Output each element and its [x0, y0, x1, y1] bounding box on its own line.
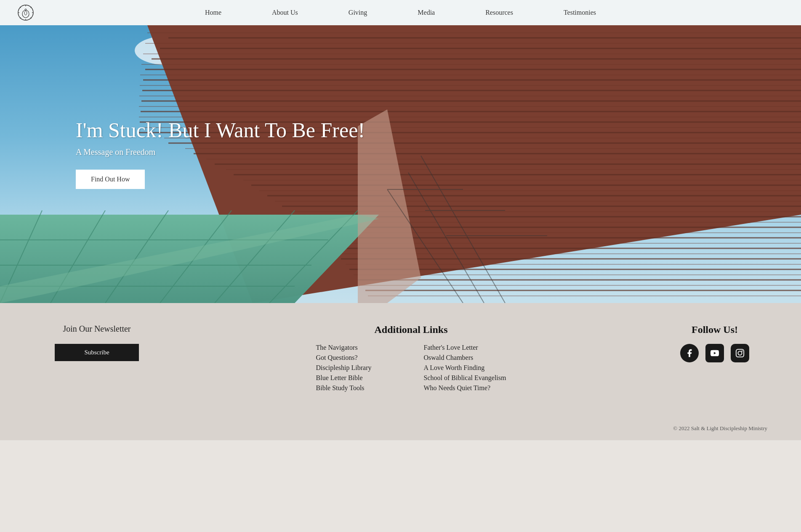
hero-cta-button[interactable]: Find Out How [76, 170, 145, 189]
additional-links-heading: Additional Links [374, 324, 447, 335]
facebook-button[interactable] [680, 344, 699, 362]
link-blue-letter-bible[interactable]: Blue Letter Bible [316, 374, 399, 382]
hero-subtitle: A Message on Freedom [76, 147, 365, 157]
hero-title: I'm Stuck! But I Want To Be Free! [76, 118, 365, 142]
social-icons-group [680, 344, 749, 362]
svg-point-92 [738, 351, 742, 355]
link-got-questions[interactable]: Got Questions? [316, 354, 399, 362]
social-heading: Follow Us! [692, 324, 738, 335]
link-navigators[interactable]: The Navigators [316, 344, 399, 351]
svg-rect-91 [736, 349, 744, 357]
nav-resources[interactable]: Resources [460, 9, 538, 16]
link-quiet-time[interactable]: Who Needs Quiet Time? [424, 384, 506, 392]
social-section: Follow Us! [662, 324, 767, 362]
hero-section: I'm Stuck! But I Want To Be Free! A Mess… [0, 25, 801, 303]
link-fathers-love[interactable]: Father's Love Letter [424, 344, 506, 351]
instagram-icon [735, 348, 745, 358]
link-bible-study-tools[interactable]: Bible Study Tools [316, 384, 399, 392]
svg-point-93 [742, 351, 743, 352]
nav-testimonies[interactable]: Testimonies [538, 9, 621, 16]
facebook-icon [685, 348, 694, 358]
additional-links-section: Additional Links The Navigators Father's… [316, 324, 506, 392]
copyright-text: © 2022 Salt & Light Discipleship Ministr… [673, 425, 767, 431]
nav-media[interactable]: Media [392, 9, 460, 16]
nav-home[interactable]: Home [180, 9, 247, 16]
nav-giving[interactable]: Giving [323, 9, 392, 16]
youtube-icon [710, 348, 719, 358]
hero-content: I'm Stuck! But I Want To Be Free! A Mess… [76, 118, 365, 189]
link-oswald-chambers[interactable]: Oswald Chambers [424, 354, 506, 362]
instagram-button[interactable] [731, 344, 749, 362]
links-grid: The Navigators Father's Love Letter Got … [316, 344, 506, 392]
youtube-button[interactable] [705, 344, 724, 362]
logo-icon [17, 4, 35, 21]
site-footer: Join Our Newsletter Subscribe Additional… [0, 303, 801, 421]
newsletter-section: Join Our Newsletter Subscribe [34, 324, 160, 361]
svg-point-1 [22, 10, 29, 18]
link-discipleship-library[interactable]: Discipleship Library [316, 364, 399, 372]
main-nav: Home About Us Giving Media Resources Tes… [17, 9, 784, 16]
subscribe-button[interactable]: Subscribe [55, 344, 139, 361]
footer-copyright: © 2022 Salt & Light Discipleship Ministr… [0, 421, 801, 440]
link-school-biblical[interactable]: School of Biblical Evangelism [424, 374, 506, 382]
link-love-worth-finding[interactable]: A Love Worth Finding [424, 364, 506, 372]
nav-about[interactable]: About Us [247, 9, 323, 16]
site-header: Home About Us Giving Media Resources Tes… [0, 0, 801, 25]
logo[interactable] [17, 4, 35, 21]
newsletter-title: Join Our Newsletter [63, 324, 130, 334]
